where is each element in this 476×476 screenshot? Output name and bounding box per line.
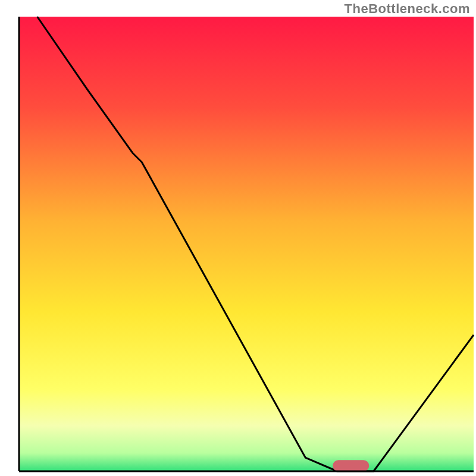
bottleneck-chart [0,0,476,476]
chart-container: TheBottleneck.com [0,0,476,476]
watermark-text: TheBottleneck.com [345,1,470,17]
optimal-marker [333,460,369,471]
chart-background [19,17,474,471]
